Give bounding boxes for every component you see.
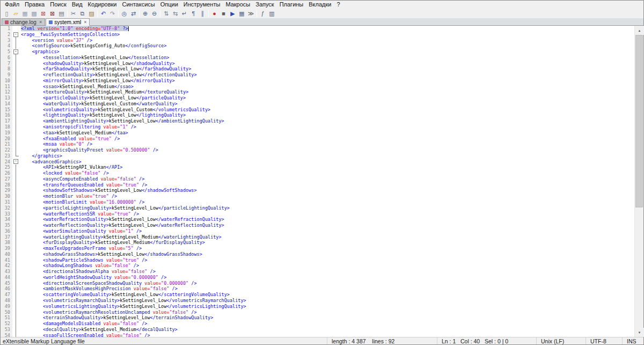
fold-margin[interactable] [12,315,20,321]
menu-item-file[interactable]: Файл [2,1,22,9]
editor-line[interactable]: 12 <textureQuality>kSettingLevel_Medium<… [1,89,634,95]
line-number[interactable]: 20 [1,136,12,142]
line-number[interactable]: 44 [1,275,12,281]
line-number[interactable]: 1 [1,26,12,32]
line-number[interactable]: 30 [1,193,12,199]
replace-icon[interactable]: ⇄ [129,9,138,18]
editor-line[interactable]: 45 <directionalScreenSpaceShadowQuality … [1,281,634,286]
line-number[interactable]: 40 [1,251,12,257]
redo-icon[interactable]: ↷ [108,9,117,18]
editor-line[interactable]: 20 <fxaaEnabled value="true" /> [1,136,634,142]
editor-line[interactable]: 46 <ambientMaskVolumesHighPrecision valu… [1,286,634,292]
editor-line[interactable]: 43 <directionalShadowsAlpha value="false… [1,269,634,275]
indent-guide-icon[interactable]: ∥ [199,9,207,18]
scrollbar-thumb[interactable] [635,35,643,207]
line-number[interactable]: 39 [1,246,12,251]
show-all-characters-icon[interactable]: ¶ [189,9,198,18]
line-number[interactable]: 52 [1,321,12,327]
zoom-in-icon[interactable]: ⊕ [141,9,150,18]
fold-margin[interactable] [12,89,20,95]
editor-line[interactable]: 9 <reflectionQuality>kSettingLevel_Low</… [1,72,634,78]
editor-line[interactable]: 29 <shadowSoftShadows>kSettingLevel_Low<… [1,188,634,193]
editor-line[interactable]: 11 <ssao>kSettingLevel_Medium</ssao> [1,84,634,90]
line-number[interactable]: 35 [1,222,12,228]
tab-close-icon[interactable]: × [83,20,86,25]
line-number[interactable]: 28 [1,182,12,188]
fold-margin[interactable] [12,118,20,124]
editor-line[interactable]: 6 <tessellation>kSettingLevel_Low</tesse… [1,55,634,61]
copy-icon[interactable]: ⧉ [78,9,87,18]
fold-margin[interactable] [12,95,20,101]
line-number[interactable]: 31 [1,199,12,205]
editor-line[interactable]: 53 <decalQuality>kSettingLevel_Medium</d… [1,327,634,333]
editor-line[interactable]: 4 <configSource>kSettingsConfig_Auto</co… [1,43,634,49]
line-number[interactable]: 54 [1,333,12,337]
line-number[interactable]: 43 [1,269,12,275]
line-number[interactable]: 2 [1,32,12,38]
fold-margin[interactable] [12,124,20,130]
fold-margin[interactable] [12,199,20,205]
fold-margin[interactable] [12,107,20,113]
editor-line[interactable]: 30 <motionBlur value="true" /> [1,193,634,199]
fold-margin[interactable] [12,275,20,281]
menu-item-search[interactable]: Поиск [47,1,69,9]
line-number[interactable]: 26 [1,170,12,176]
fold-margin[interactable] [12,257,20,263]
status-eol-format[interactable]: Unix (LF) [536,337,586,344]
menu-item-language[interactable]: Синтаксисы [120,1,158,9]
line-number[interactable]: 41 [1,257,12,263]
editor-line[interactable]: 27 <asyncComputeEnabled value="false" /> [1,176,634,182]
line-number[interactable]: 25 [1,164,12,170]
editor-line[interactable]: 25 <API>kSettingAPI_Vulkan</API> [1,164,634,170]
fold-margin[interactable]: - [12,49,20,55]
editor-line[interactable]: 10 <mirrorQuality>kSettingLevel_Low</mir… [1,78,634,84]
line-number[interactable]: 9 [1,72,12,78]
fold-margin[interactable] [12,153,20,159]
fold-margin[interactable] [12,298,20,304]
macro-stop-icon[interactable]: ■ [219,9,228,18]
editor-line[interactable]: 50 <volumetricsRaymarchResolutionUnclamp… [1,310,634,315]
line-number[interactable]: 18 [1,124,12,130]
fold-collapse-icon[interactable]: - [13,159,18,164]
editor-line[interactable]: 24- <advancedGraphics> [1,159,634,165]
fold-margin[interactable] [12,304,20,310]
editor-line[interactable]: 54 <ssaoFullScreenEnabled value="false" … [1,333,634,337]
tab-system-xml[interactable]: system.xml× [46,18,90,26]
fold-margin[interactable]: - [12,32,20,38]
editor-line[interactable]: 21 <msaa value="0" /> [1,141,634,147]
fold-margin[interactable] [12,141,20,147]
menu-item-settings[interactable]: Опции [158,1,181,9]
menu-item-encoding[interactable]: Кодировки [85,1,120,9]
editor-line[interactable]: 41 <shadowParticleShadows value="true" /… [1,257,634,263]
editor-line[interactable]: 14 <waterQuality>kSettingLevel_Custom</w… [1,101,634,107]
fold-margin[interactable] [12,205,20,211]
status-encoding[interactable]: UTF-8 [586,337,622,344]
fold-margin[interactable] [12,269,20,275]
line-number[interactable]: 53 [1,327,12,333]
fold-margin[interactable] [12,333,20,337]
menu-item-tools[interactable]: Инструменты [181,1,223,9]
fold-margin[interactable] [12,281,20,286]
editor-line[interactable]: 39 <maxTexUpgradesPerFrame value="5" /> [1,246,634,251]
line-number[interactable]: 45 [1,281,12,286]
editor-line[interactable]: 2-<rage__fwuiSystemSettingsCollection> [1,32,634,38]
menu-item-macro[interactable]: Макросы [223,1,253,9]
line-number[interactable]: 17 [1,118,12,124]
editor-line[interactable]: 49 <volumetricsLightingQuality>kSettingL… [1,304,634,310]
fold-collapse-icon[interactable]: - [13,32,18,37]
fold-margin[interactable] [12,72,20,78]
status-typing-mode[interactable]: INS [622,337,643,344]
line-number[interactable]: 21 [1,141,12,147]
save-icon[interactable]: ▦ [21,9,30,18]
fold-margin[interactable] [12,240,20,246]
editor-line[interactable]: 32 <particleLightingQuality>kSettingLeve… [1,205,634,211]
fold-margin[interactable] [12,251,20,257]
sync-horizontal-icon[interactable]: ⇆ [171,9,180,18]
menu-item-edit[interactable]: Правка [22,1,47,9]
fold-margin[interactable]: - [12,159,20,165]
editor-line[interactable]: 16 <lightingQuality>kSettingLevel_Low</l… [1,112,634,118]
cut-icon[interactable]: ✂ [69,9,78,18]
line-number[interactable]: 19 [1,130,12,136]
line-number[interactable]: 16 [1,112,12,118]
editor-line[interactable]: 17 <ambientLightingQuality>kSettingLevel… [1,118,634,124]
